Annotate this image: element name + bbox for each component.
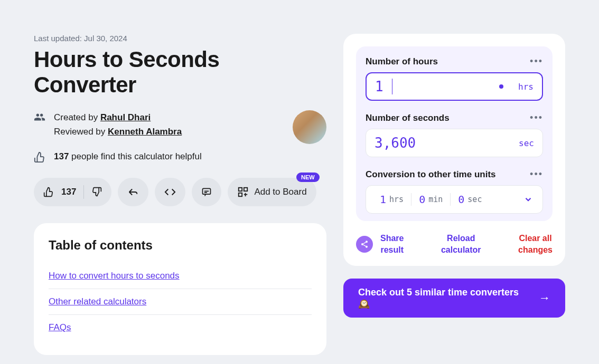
reload-button[interactable]: Reloadcalculator xyxy=(441,233,481,255)
clear-button[interactable]: Clear allchanges xyxy=(518,233,553,255)
hours-label: Number of hours xyxy=(366,56,438,67)
vote-pill: 137 xyxy=(34,178,111,206)
avatar[interactable] xyxy=(293,110,326,144)
share-icon[interactable] xyxy=(356,236,373,253)
svg-point-6 xyxy=(366,245,368,247)
seconds-unit[interactable]: sec xyxy=(519,138,534,148)
toc-item[interactable]: How to convert hours to seconds xyxy=(49,263,312,289)
add-to-board-label: Add to Board xyxy=(254,187,306,197)
new-badge: NEW xyxy=(296,173,320,182)
created-reviewed-block: Created by Rahul Dhari Reviewed by Kenne… xyxy=(54,110,182,139)
hms-hours-segment[interactable]: 1hrs xyxy=(372,193,411,206)
toc-item[interactable]: FAQs xyxy=(49,315,312,340)
vote-divider xyxy=(83,185,84,199)
author-link[interactable]: Rahul Dhari xyxy=(100,112,151,122)
board-icon xyxy=(237,186,249,198)
share-button[interactable] xyxy=(118,178,148,206)
thumbs-down-icon[interactable] xyxy=(91,187,102,197)
promo-banner[interactable]: Check out 5 similar time converters 🕰️ → xyxy=(343,279,565,318)
created-by-label: Created by xyxy=(54,112,100,122)
reviewer-link[interactable]: Kenneth Alambra xyxy=(108,127,182,137)
people-icon xyxy=(34,111,45,123)
embed-button[interactable] xyxy=(155,178,185,206)
helpful-text: 137 people find this calculator helpful xyxy=(54,151,202,162)
other-units-label: Conversion to other time units xyxy=(366,169,496,180)
thumbs-up-icon[interactable] xyxy=(43,187,54,197)
comment-button[interactable] xyxy=(192,178,221,206)
arrow-right-icon: → xyxy=(539,291,550,305)
toc-item[interactable]: Other related calculators xyxy=(49,289,312,315)
field-menu-icon[interactable]: ••• xyxy=(530,112,543,123)
input-caret-dot xyxy=(499,84,503,89)
hms-minutes-segment[interactable]: 0min xyxy=(411,193,451,206)
hours-input[interactable]: 1 hrs xyxy=(366,72,543,101)
field-menu-icon[interactable]: ••• xyxy=(530,56,543,67)
calculator-card: Number of hours ••• 1 hrs Number of seco… xyxy=(343,34,565,266)
seconds-label: Number of seconds xyxy=(366,113,450,123)
hms-input[interactable]: 1hrs 0min 0sec xyxy=(366,185,543,214)
svg-point-5 xyxy=(361,243,363,245)
add-to-board-button[interactable]: Add to Board NEW xyxy=(228,178,316,206)
toc-card: Table of contents How to convert hours t… xyxy=(34,223,326,355)
field-menu-icon[interactable]: ••• xyxy=(530,169,543,180)
seconds-input[interactable]: 3,600 sec xyxy=(366,129,543,157)
reviewed-by-label: Reviewed by xyxy=(54,127,108,137)
hours-unit[interactable]: hrs xyxy=(518,82,534,92)
upvote-count: 137 xyxy=(61,187,76,197)
hours-value: 1 xyxy=(375,79,499,94)
svg-rect-2 xyxy=(244,188,247,191)
svg-rect-3 xyxy=(239,193,242,196)
page-title: Hours to Seconds Converter xyxy=(34,47,326,98)
hms-seconds-segment[interactable]: 0sec xyxy=(451,193,489,206)
svg-rect-1 xyxy=(239,188,242,191)
promo-text: Check out 5 similar time converters 🕰️ xyxy=(358,287,526,310)
last-updated: Last updated: Jul 30, 2024 xyxy=(34,34,326,43)
chevron-down-icon[interactable] xyxy=(520,195,536,204)
share-result-button[interactable]: Shareresult xyxy=(380,233,404,255)
toc-title: Table of contents xyxy=(49,238,312,253)
seconds-value: 3,600 xyxy=(375,135,519,151)
thumbs-up-icon xyxy=(34,151,45,163)
svg-point-4 xyxy=(366,241,368,243)
